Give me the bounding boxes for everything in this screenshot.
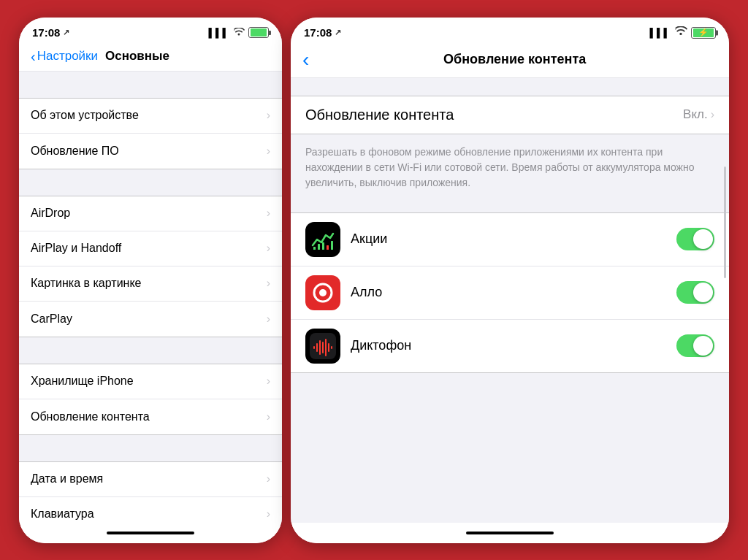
right-scroll-area: Обновление контента Вкл. › Разрешать в ф… [291, 78, 729, 523]
chevron-right-icon: › [267, 472, 270, 486]
app-name-allo: Алло [351, 285, 666, 300]
wifi-icon [233, 27, 245, 39]
list-item[interactable]: Хранилище iPhone › [19, 364, 282, 399]
left-status-bar: 17:08 ↗ ▌▌▌ [19, 18, 282, 44]
list-item[interactable]: Клавиатура › [19, 497, 282, 523]
right-time: 17:08 [304, 26, 332, 39]
chevron-right-icon: › [267, 507, 270, 521]
svg-rect-11 [316, 343, 318, 352]
svg-rect-13 [322, 342, 324, 353]
signal-icon: ▌▌▌ [649, 28, 671, 38]
chevron-right-icon: › [267, 207, 270, 220]
background-refresh-description: Разрешать в фоновом режиме обновление пр… [291, 134, 729, 205]
right-status-bar: 17:08 ↗ ▌▌▌ ⚡ [291, 18, 729, 44]
stocks-app-icon [305, 222, 340, 257]
left-back-button[interactable]: ‹ Настройки [31, 48, 98, 65]
chevron-right-icon: › [267, 242, 270, 255]
right-location-arrow: ↗ [335, 28, 341, 37]
main-toggle-row[interactable]: Обновление контента Вкл. › [291, 96, 729, 134]
right-home-bar [466, 532, 554, 534]
row-label: Об этом устройстве [31, 109, 139, 122]
row-label: Обновление ПО [31, 145, 119, 158]
list-item[interactable]: Диктофон [291, 320, 729, 372]
svg-rect-1 [313, 247, 316, 250]
left-time: 17:08 [32, 26, 60, 39]
chevron-right-icon: › [267, 109, 270, 122]
apps-group: Акции Алло [291, 212, 729, 373]
voice-toggle[interactable] [676, 334, 714, 357]
main-toggle-label: Обновление контента [305, 107, 454, 123]
row-label: CarPlay [31, 312, 72, 326]
svg-rect-16 [331, 346, 332, 349]
home-indicator [19, 523, 282, 543]
chevron-right-icon: › [267, 410, 270, 423]
home-bar [107, 532, 194, 534]
main-toggle-group: Обновление контента Вкл. › [291, 96, 729, 134]
right-back-button[interactable]: ‹ [302, 48, 309, 72]
chevron-right-icon: › [267, 145, 270, 158]
row-label: Хранилище iPhone [31, 375, 134, 388]
chevron-right-icon: › [267, 277, 270, 290]
row-label: Клавиатура [31, 507, 94, 521]
settings-group-2: AirDrop › AirPlay и Handoff › Картинка в… [19, 196, 282, 337]
list-item[interactable]: Акции [291, 213, 729, 266]
settings-group-4: Дата и время › Клавиатура › Шрифты › Язы… [19, 461, 282, 523]
svg-rect-4 [327, 245, 329, 250]
list-item[interactable]: AirDrop › [19, 196, 282, 231]
chevron-right-icon: › [267, 312, 270, 326]
svg-rect-14 [325, 339, 327, 356]
signal-icon: ▌▌▌ [208, 28, 229, 38]
right-nav-title: Обновление контента [443, 52, 586, 66]
svg-rect-5 [331, 241, 333, 250]
left-phone: 17:08 ↗ ▌▌▌ ‹ Настройки Основные [19, 18, 282, 543]
chevron-right-icon: › [267, 375, 270, 388]
battery-icon: ⚡ [691, 27, 716, 39]
row-label: AirDrop [31, 207, 70, 220]
svg-rect-12 [319, 340, 321, 355]
row-label: Картинка в картинке [31, 277, 141, 290]
left-back-label: Настройки [37, 49, 98, 64]
allo-toggle[interactable] [676, 281, 714, 304]
svg-rect-2 [318, 244, 320, 250]
app-name-stocks: Акции [351, 231, 666, 247]
right-status-icons: ▌▌▌ ⚡ [649, 26, 716, 39]
chevron-right-icon: › [711, 108, 714, 121]
right-nav-bar: ‹ Обновление контента [291, 44, 729, 78]
svg-point-8 [319, 289, 327, 296]
left-nav-bar: ‹ Настройки Основные [19, 44, 282, 72]
left-settings-list: Об этом устройстве › Обновление ПО › Air… [19, 72, 282, 523]
left-chevron-icon: ‹ [31, 48, 36, 65]
svg-rect-10 [313, 346, 315, 349]
list-item[interactable]: Обновление ПО › [19, 134, 282, 169]
list-item[interactable]: CarPlay › [19, 302, 282, 337]
row-label: Обновление контента [31, 410, 150, 423]
left-status-icons: ▌▌▌ [208, 27, 269, 39]
list-item[interactable]: Алло [291, 266, 729, 320]
left-location-arrow: ↗ [63, 28, 69, 37]
list-item[interactable]: Об этом устройстве › [19, 99, 282, 134]
settings-group-3: Хранилище iPhone › Обновление контента › [19, 364, 282, 435]
app-name-voice: Диктофон [351, 338, 666, 353]
main-toggle-value-area: Вкл. › [683, 107, 714, 122]
voice-app-icon [305, 329, 340, 364]
list-item[interactable]: Картинка в картинке › [19, 266, 282, 302]
left-nav-title: Основные [105, 49, 169, 64]
list-item[interactable]: Обновление контента › [19, 399, 282, 434]
svg-rect-3 [322, 242, 324, 250]
main-toggle-value: Вкл. [683, 107, 708, 122]
right-phone: 17:08 ↗ ▌▌▌ ⚡ ‹ Обновление контента [291, 18, 729, 543]
row-label: AirPlay и Handoff [31, 242, 121, 255]
list-item[interactable]: AirPlay и Handoff › [19, 231, 282, 266]
scroll-indicator [724, 166, 726, 277]
wifi-icon [674, 26, 687, 39]
right-phone-content: Обновление контента Вкл. › Разрешать в ф… [291, 78, 729, 523]
right-nav-center: Обновление контента [312, 52, 717, 67]
row-label: Дата и время [31, 472, 103, 486]
stocks-toggle[interactable] [676, 228, 714, 250]
battery-icon [248, 27, 269, 38]
right-home-indicator [291, 523, 729, 543]
settings-group-1: Об этом устройстве › Обновление ПО › [19, 98, 282, 169]
allo-app-icon [305, 275, 340, 310]
svg-rect-15 [328, 343, 329, 352]
list-item[interactable]: Дата и время › [19, 462, 282, 497]
